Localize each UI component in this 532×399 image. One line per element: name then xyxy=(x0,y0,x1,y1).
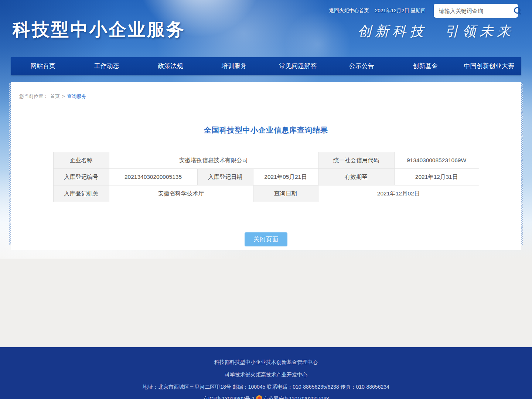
registration-date-label: 入库登记日期 xyxy=(197,169,253,185)
footer-org-line-1: 科技部科技型中小企业技术创新基金管理中心 xyxy=(0,347,532,366)
valid-until-value: 2021年12月31日 xyxy=(394,169,479,185)
breadcrumb-current-link[interactable]: 查询服务 xyxy=(67,93,86,99)
page: 返回火炬中心首页 2021年12月2日 星期四 科技型中小企业服务 创新科技 引… xyxy=(0,0,532,399)
police-emblem-icon xyxy=(256,395,262,399)
nav-item-competition[interactable]: 中国创新创业大赛 xyxy=(457,57,521,75)
nav-item-work-news[interactable]: 工作动态 xyxy=(75,57,139,75)
credit-code-value: 91340300085231069W xyxy=(394,152,479,169)
search-input[interactable] xyxy=(438,7,513,14)
footer-org-line-2: 科学技术部火炬高技术产业开发中心 xyxy=(0,372,532,378)
close-page-button[interactable]: 关闭页面 xyxy=(245,232,287,246)
footer-icp-line: 京ICP备13019302号-1 京公网安备11010202007048 xyxy=(0,395,532,399)
main-nav: 网站首页 工作动态 政策法规 培训服务 常见问题解答 公示公告 创新基金 中国创… xyxy=(11,57,521,75)
return-torch-home-link[interactable]: 返回火炬中心首页 xyxy=(329,7,369,14)
nav-item-home[interactable]: 网站首页 xyxy=(11,57,75,75)
current-date: 2021年12月2日 星期四 xyxy=(375,7,426,14)
registration-authority-value: 安徽省科学技术厅 xyxy=(109,185,253,202)
nav-item-policies[interactable]: 政策法规 xyxy=(139,57,202,75)
table-row: 入库登记编号 202134030200005135 入库登记日期 2021年05… xyxy=(53,169,479,185)
nav-item-innovation-fund[interactable]: 创新基金 xyxy=(393,57,457,75)
valid-until-label: 有效期至 xyxy=(318,169,394,185)
nav-item-announcements[interactable]: 公示公告 xyxy=(330,57,394,75)
registration-date-value: 2021年05月21日 xyxy=(253,169,318,185)
footer-contact-line: 地址：北京市西城区三里河二区甲18号 邮编：100045 联系电话：010-88… xyxy=(0,384,532,391)
breadcrumb-prefix: 您当前位置： xyxy=(19,93,48,99)
content-panel: 您当前位置：首页>查询服务 全国科技型中小企业信息库查询结果 企业名称 安徽塔孜… xyxy=(11,82,521,250)
breadcrumb-divider xyxy=(19,105,513,105)
table-row: 企业名称 安徽塔孜信息技术有限公司 统一社会信用代码 9134030008523… xyxy=(53,152,479,169)
nav-item-faq[interactable]: 常见问题解答 xyxy=(266,57,330,75)
query-date-label: 查询日期 xyxy=(253,185,318,202)
icp-record-link[interactable]: 京ICP备13019302号-1 xyxy=(203,396,255,399)
site-title: 科技型中小企业服务 xyxy=(13,18,185,41)
slogan: 创新科技 引领未来 xyxy=(358,22,514,41)
query-date-value: 2021年12月02日 xyxy=(318,185,479,202)
registration-number-value: 202134030200005135 xyxy=(109,169,197,185)
top-links: 返回火炬中心首页 2021年12月2日 星期四 xyxy=(329,7,426,14)
table-row: 入库登记机关 安徽省科学技术厅 查询日期 2021年12月02日 xyxy=(53,185,479,202)
registration-authority-label: 入库登记机关 xyxy=(53,185,109,202)
query-result-table: 企业名称 安徽塔孜信息技术有限公司 统一社会信用代码 9134030008523… xyxy=(53,152,479,202)
company-name-label: 企业名称 xyxy=(53,152,109,169)
credit-code-label: 统一社会信用代码 xyxy=(318,152,394,169)
nav-item-training[interactable]: 培训服务 xyxy=(202,57,266,75)
page-title: 全国科技型中小企业信息库查询结果 xyxy=(11,125,521,135)
police-record-link[interactable]: 京公网安备11010202007048 xyxy=(263,396,329,399)
footer: 科技部科技型中小企业技术创新基金管理中心 科学技术部火炬高技术产业开发中心 地址… xyxy=(0,347,532,399)
breadcrumb: 您当前位置：首页>查询服务 xyxy=(19,93,521,100)
registration-number-label: 入库登记编号 xyxy=(53,169,109,185)
breadcrumb-home-link[interactable]: 首页 xyxy=(50,93,60,99)
search-icon[interactable] xyxy=(513,6,522,15)
company-name-value: 安徽塔孜信息技术有限公司 xyxy=(109,152,318,169)
search-box[interactable] xyxy=(434,4,518,18)
breadcrumb-separator: > xyxy=(62,93,65,99)
